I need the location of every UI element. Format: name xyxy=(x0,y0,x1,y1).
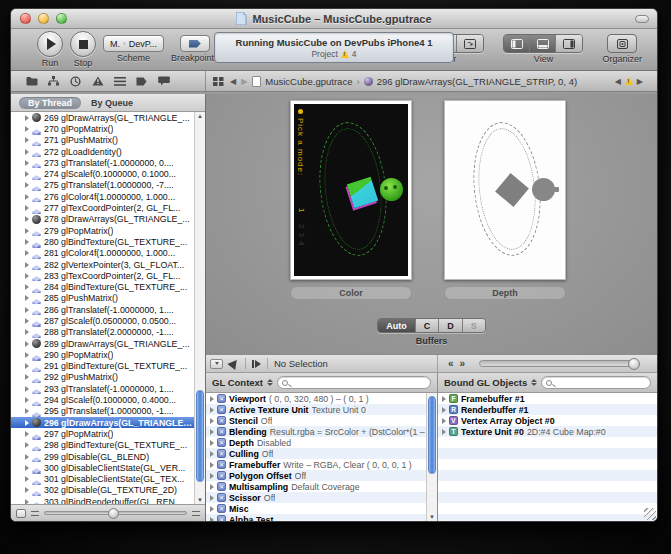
disclosure-triangle-icon[interactable] xyxy=(25,149,29,155)
disclosure-triangle-icon[interactable] xyxy=(25,386,29,392)
gl-state-row[interactable]: BlendingResult.rgba = SrcColor + (DstCol… xyxy=(206,426,437,437)
api-call-row[interactable]: 274 glScalef(0.1000000, 0.1000... xyxy=(11,168,194,179)
frame-scrubber-thumb[interactable] xyxy=(108,508,119,519)
color-buffer-frame[interactable]: Pick a mode: 1 234 xyxy=(290,100,412,280)
disclosure-triangle-icon[interactable] xyxy=(25,329,29,335)
symbol-navigator-icon[interactable] xyxy=(47,75,60,88)
api-call-row[interactable]: 271 glPushMatrix() xyxy=(11,135,194,146)
api-call-row[interactable]: 302 glDisable(GL_TEXTURE_2D) xyxy=(11,485,194,496)
sidebar-scrollbar[interactable]: ▲ ▼ xyxy=(194,112,205,504)
api-call-row[interactable]: 299 glDisable(GL_BLEND) xyxy=(11,451,194,462)
api-call-row[interactable]: 294 glScalef(0.1000000, 0.4000... xyxy=(11,394,194,405)
history-forward-button[interactable]: ▶ xyxy=(241,77,247,86)
disclosure-triangle-icon[interactable] xyxy=(25,126,29,132)
bound-object-row[interactable]: TTexture Unit #02D:#4 Cube Map:#0 xyxy=(438,426,657,437)
api-call-row[interactable]: 300 glDisableClientState(GL_VER... xyxy=(11,462,194,473)
disclosure-triangle-icon[interactable] xyxy=(442,429,446,435)
api-call-row[interactable]: 283 glTexCoordPointer(2, GL_FL... xyxy=(11,270,194,281)
disclosure-triangle-icon[interactable] xyxy=(25,431,29,437)
api-call-row[interactable]: 276 glColor4f(1.0000000, 1.000... xyxy=(11,191,194,202)
gl-state-row[interactable]: Active Texture UnitTexture Unit 0 xyxy=(206,404,437,415)
disclosure-triangle-icon[interactable] xyxy=(25,499,29,504)
api-call-row[interactable]: 275 glTranslatef(1.0000000, -7.... xyxy=(11,180,194,191)
scroll-down-arrow-icon[interactable]: ▼ xyxy=(429,514,435,520)
disclosure-triangle-icon[interactable] xyxy=(25,182,29,188)
disclosure-triangle-icon[interactable] xyxy=(210,495,214,501)
utilities-toggle-button[interactable] xyxy=(556,35,582,52)
api-call-row[interactable]: 277 glTexCoordPointer(2, GL_FL... xyxy=(11,202,194,213)
scroll-up-arrow-icon[interactable]: ▲ xyxy=(197,113,203,119)
disclosure-triangle-icon[interactable] xyxy=(210,396,214,402)
api-call-row[interactable]: 284 glBindTexture(GL_TEXTURE_... xyxy=(11,281,194,292)
api-call-row[interactable]: 286 glTranslatef(-1.0000000, 1.... xyxy=(11,304,194,315)
scheme-target[interactable]: M. xyxy=(110,39,120,49)
bound-object-row[interactable]: FFramebuffer #1 xyxy=(438,393,657,404)
disclosure-triangle-icon[interactable] xyxy=(25,352,29,358)
jump-to-end-button[interactable]: » xyxy=(460,358,466,369)
api-call-row[interactable]: 296 glDrawArrays(GL_TRIANGLE_... xyxy=(11,417,194,428)
popup-arrows-icon[interactable] xyxy=(531,379,537,386)
organizer-button[interactable] xyxy=(607,34,637,53)
gl-state-row[interactable]: StencilOff xyxy=(206,415,437,426)
collapse-debug-area-button[interactable] xyxy=(210,359,223,369)
buffers-segment-color[interactable]: C xyxy=(416,319,440,332)
gl-context-scrollbar-thumb[interactable] xyxy=(428,396,436,474)
disclosure-triangle-icon[interactable] xyxy=(25,137,29,143)
api-call-row[interactable]: 287 glScalef(0.0500000, 0.0500... xyxy=(11,315,194,326)
tab-by-queue[interactable]: By Queue xyxy=(91,98,133,108)
current-instruction-icon[interactable] xyxy=(227,357,240,370)
disclosure-triangle-icon[interactable] xyxy=(210,418,214,424)
run-button[interactable] xyxy=(37,31,63,57)
previous-issue-button[interactable]: ◀ xyxy=(615,77,621,86)
gl-context-search-field[interactable] xyxy=(277,376,431,389)
title-bar[interactable]: MusicCube – MusicCube.gputrace xyxy=(11,9,657,29)
api-call-row[interactable]: 303 glBindRenderbuffer(GL_REN... xyxy=(11,496,194,504)
frame-scrubber-slider[interactable] xyxy=(44,511,187,515)
api-call-row[interactable]: 270 glPopMatrix() xyxy=(11,123,194,134)
api-call-row[interactable]: 293 glTranslatef(-1.0000000, 1.... xyxy=(11,383,194,394)
disclosure-triangle-icon[interactable] xyxy=(25,374,29,380)
disclosure-triangle-icon[interactable] xyxy=(442,396,446,402)
close-button[interactable] xyxy=(20,13,31,24)
disclosure-triangle-icon[interactable] xyxy=(210,440,214,446)
api-call-row[interactable]: 298 glBindTexture(GL_TEXTURE_... xyxy=(11,440,194,451)
disclosure-triangle-icon[interactable] xyxy=(25,397,29,403)
breadcrumb-call[interactable]: 296 glDrawArrays(GL_TRIANGLE_STRIP, 0, 4… xyxy=(377,76,577,87)
disclosure-triangle-icon[interactable] xyxy=(25,194,29,200)
window-resize-grip[interactable] xyxy=(644,508,656,520)
disclosure-triangle-icon[interactable] xyxy=(210,407,214,413)
api-call-row[interactable]: 282 glVertexPointer(3, GL_FLOAT... xyxy=(11,259,194,270)
api-call-row[interactable]: 292 glPushMatrix() xyxy=(11,372,194,383)
disclosure-triangle-icon[interactable] xyxy=(210,484,214,490)
disclosure-triangle-icon[interactable] xyxy=(25,239,29,245)
buffers-segment-stencil[interactable]: S xyxy=(463,319,485,332)
issue-navigator-icon[interactable] xyxy=(91,75,104,88)
jump-to-start-button[interactable]: « xyxy=(448,358,454,369)
disclosure-triangle-icon[interactable] xyxy=(25,408,29,414)
disclosure-triangle-icon[interactable] xyxy=(25,307,29,313)
api-call-row[interactable]: 273 glTranslatef(-1.0000000, 0.... xyxy=(11,157,194,168)
gl-state-row[interactable]: FramebufferWrite – RGBA, Clear ( 0, 0, 0… xyxy=(206,459,437,470)
disclosure-triangle-icon[interactable] xyxy=(25,284,29,290)
disclosure-triangle-icon[interactable] xyxy=(25,250,29,256)
disclosure-triangle-icon[interactable] xyxy=(25,205,29,211)
disclosure-triangle-icon[interactable] xyxy=(25,171,29,177)
api-call-row[interactable]: 289 glDrawArrays(GL_TRIANGLE_... xyxy=(11,338,194,349)
api-call-row[interactable]: 269 glDrawArrays(GL_TRIANGLE_... xyxy=(11,112,194,123)
stop-button[interactable] xyxy=(70,31,96,57)
debug-navigator-icon[interactable] xyxy=(113,75,126,88)
gl-state-row[interactable]: Alpha Test xyxy=(206,514,437,521)
bound-object-row[interactable]: RRenderbuffer #1 xyxy=(438,404,657,415)
api-call-row[interactable]: 291 glBindTexture(GL_TEXTURE_... xyxy=(11,361,194,372)
disclosure-triangle-icon[interactable] xyxy=(25,363,29,369)
sidebar-scrollbar-thumb[interactable] xyxy=(196,390,204,482)
buffers-segment-auto[interactable]: Auto xyxy=(378,319,416,332)
api-call-row[interactable]: 288 glTranslatef(2.0000000, -1.... xyxy=(11,327,194,338)
scheme-selector[interactable]: M. › DevP... xyxy=(103,35,164,52)
warning-icon[interactable] xyxy=(341,50,349,58)
frame-capture-icon[interactable] xyxy=(16,509,26,518)
api-call-row[interactable]: 290 glPopMatrix() xyxy=(11,349,194,360)
buffers-segment-depth[interactable]: D xyxy=(439,319,463,332)
api-call-row[interactable]: 278 glDrawArrays(GL_TRIANGLE_... xyxy=(11,214,194,225)
search-navigator-icon[interactable] xyxy=(69,75,82,88)
